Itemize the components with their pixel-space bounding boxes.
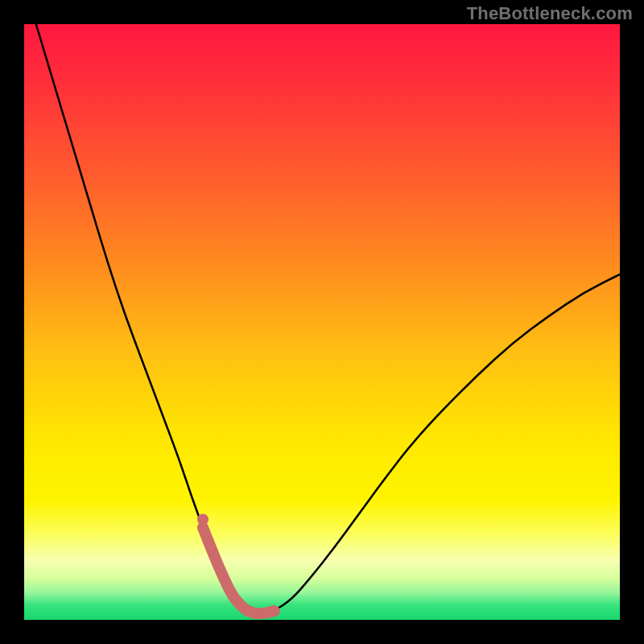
watermark-label: TheBottleneck.com — [467, 3, 633, 24]
chart-svg — [24, 24, 620, 620]
plot-area — [24, 24, 620, 620]
highlight-dot — [197, 514, 208, 525]
gradient-background — [24, 24, 620, 620]
chart-frame: TheBottleneck.com — [0, 0, 644, 644]
